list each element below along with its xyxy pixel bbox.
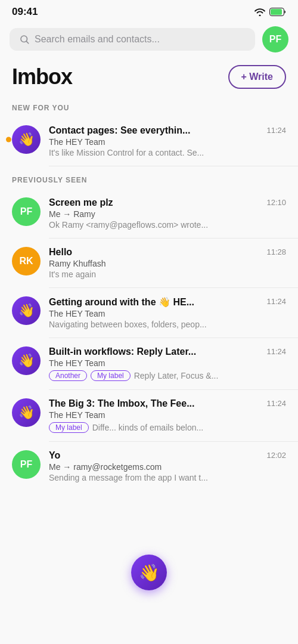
email-tags: Another My label Reply Later, Focus &... [49, 370, 286, 381]
battery-icon [269, 8, 286, 16]
email-item[interactable]: 👋 The Big 3: The Imbox, The Fee... 11:24… [0, 390, 298, 441]
email-time: 12:10 [266, 197, 286, 207]
status-time: 09:41 [12, 6, 38, 18]
avatar: RK [12, 247, 41, 275]
email-time: 11:28 [266, 247, 286, 256]
email-sender: The HEY Team [49, 137, 286, 147]
avatar: PF [12, 450, 41, 479]
email-sender: The HEY Team [49, 309, 286, 318]
section-label-prev: PREVIOUSLY SEEN [0, 166, 298, 189]
email-content: The Big 3: The Imbox, The Fee... 11:24 T… [49, 398, 286, 433]
email-preview: Ok Ramy <ramy@pageflows.com> wrote... [49, 220, 286, 230]
email-item[interactable]: PF Yo 12:02 Me → ramy@rocketgems.com Sen… [0, 442, 298, 491]
status-icons [254, 8, 286, 16]
email-subject: Contact pages: See everythin... [49, 125, 266, 136]
svg-rect-1 [271, 9, 282, 15]
email-sender: Ramy Khuffash [49, 259, 286, 268]
status-bar: 09:41 [0, 0, 298, 21]
email-time: 12:02 [266, 450, 286, 460]
email-preview: It's me again [49, 270, 286, 279]
header-row: Imbox + Write [0, 57, 298, 94]
write-button[interactable]: + Write [228, 65, 287, 89]
section-label-new: NEW FOR YOU [0, 94, 298, 117]
email-item[interactable]: PF Screen me plz 12:10 Me → Ramy Ok Ramy… [0, 189, 298, 238]
email-preview: Diffe... kinds of emails belon... [92, 423, 204, 432]
email-time: 11:24 [266, 296, 286, 306]
email-sender: The HEY Team [49, 410, 286, 420]
email-tags: My label Diffe... kinds of emails belon.… [49, 422, 286, 433]
search-placeholder: Search emails and contacts... [35, 34, 160, 45]
email-subject: The Big 3: The Imbox, The Fee... [49, 398, 266, 409]
email-time: 11:24 [266, 398, 286, 408]
email-item[interactable]: 👋 Getting around with the 👋 HE... 11:24 … [0, 288, 298, 338]
email-sender: The HEY Team [49, 358, 286, 368]
avatar: PF [12, 197, 41, 226]
email-top-row: Hello 11:28 [49, 247, 286, 258]
unread-dot [6, 137, 11, 143]
email-top-row: Screen me plz 12:10 [49, 197, 286, 208]
email-item[interactable]: RK Hello 11:28 Ramy Khuffash It's me aga… [0, 239, 298, 287]
email-top-row: Built-in workflows: Reply Later... 11:24 [49, 346, 286, 357]
email-sender: Me → ramy@rocketgems.com [49, 462, 286, 472]
email-content: Built-in workflows: Reply Later... 11:24… [49, 346, 286, 381]
email-content: Contact pages: See everythin... 11:24 Th… [49, 125, 286, 157]
search-icon [19, 34, 30, 45]
email-preview: Navigating between boxes, folders, peop.… [49, 320, 286, 329]
search-bar-row: Search emails and contacts... PF [0, 21, 298, 57]
email-subject: Yo [49, 450, 266, 461]
user-avatar[interactable]: PF [262, 26, 288, 52]
avatar: 👋 [12, 296, 41, 325]
email-content: Yo 12:02 Me → ramy@rocketgems.com Sendin… [49, 450, 286, 482]
email-preview: Reply Later, Focus &... [134, 371, 219, 380]
email-item[interactable]: 👋 Contact pages: See everythin... 11:24 … [0, 117, 298, 166]
email-top-row: Yo 12:02 [49, 450, 286, 461]
tag-pill[interactable]: Another [49, 370, 87, 381]
tag-pill[interactable]: My label [91, 370, 131, 381]
email-list: NEW FOR YOU 👋 Contact pages: See everyth… [0, 94, 298, 491]
floating-action-button[interactable]: 👋 [131, 555, 167, 590]
email-item[interactable]: 👋 Built-in workflows: Reply Later... 11:… [0, 338, 298, 389]
svg-line-3 [26, 41, 28, 43]
avatar: 👋 [12, 346, 41, 375]
page-title: Imbox [12, 64, 72, 89]
email-preview: Sending a message from the app I want t.… [49, 473, 286, 482]
avatar: 👋 [12, 125, 41, 154]
email-top-row: The Big 3: The Imbox, The Fee... 11:24 [49, 398, 286, 409]
email-content: Getting around with the 👋 HE... 11:24 Th… [49, 296, 286, 329]
search-bar[interactable]: Search emails and contacts... [10, 28, 255, 51]
email-sender: Me → Ramy [49, 209, 286, 219]
avatar: 👋 [12, 398, 41, 427]
email-preview: It's like Mission Control for a contact.… [49, 148, 286, 157]
email-subject: Hello [49, 247, 266, 258]
wifi-icon [254, 8, 266, 16]
email-time: 11:24 [266, 125, 286, 135]
email-content: Hello 11:28 Ramy Khuffash It's me again [49, 247, 286, 279]
email-subject: Screen me plz [49, 197, 266, 208]
email-top-row: Getting around with the 👋 HE... 11:24 [49, 296, 286, 308]
email-subject: Getting around with the 👋 HE... [49, 296, 266, 308]
fab-icon: 👋 [139, 563, 160, 583]
email-time: 11:24 [266, 346, 286, 356]
email-content: Screen me plz 12:10 Me → Ramy Ok Ramy <r… [49, 197, 286, 230]
email-subject: Built-in workflows: Reply Later... [49, 346, 266, 357]
email-top-row: Contact pages: See everythin... 11:24 [49, 125, 286, 136]
tag-pill[interactable]: My label [49, 422, 89, 433]
